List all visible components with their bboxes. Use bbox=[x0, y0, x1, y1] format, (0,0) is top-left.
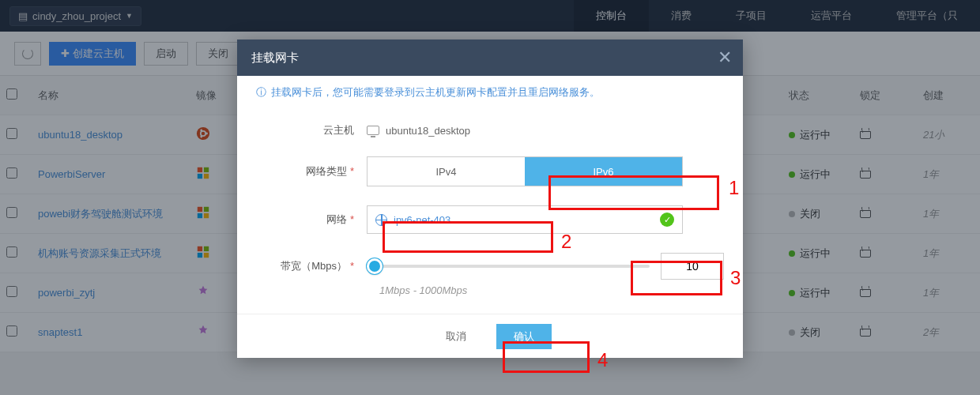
modal-footer: 取消 确认 bbox=[237, 314, 743, 358]
close-icon[interactable]: ✕ bbox=[718, 47, 732, 68]
modal-header: 挂载网卡 ✕ bbox=[237, 40, 743, 76]
bandwidth-slider[interactable] bbox=[367, 265, 650, 268]
label-net-type: 网络类型 bbox=[306, 165, 347, 177]
label-network: 网络 bbox=[326, 213, 347, 225]
tab-ipv6[interactable]: IPv6 bbox=[525, 157, 682, 186]
bandwidth-hint: 1Mbps - 1000Mbps bbox=[379, 284, 724, 296]
attach-nic-modal: 挂载网卡 ✕ ⓘ 挂载网卡后，您可能需要登录到云主机更新网卡配置并且重启网络服务… bbox=[237, 40, 743, 358]
tab-ipv4[interactable]: IPv4 bbox=[368, 157, 525, 186]
modal-title: 挂载网卡 bbox=[251, 51, 299, 66]
host-value: ubuntu18_desktop bbox=[386, 125, 470, 137]
modal-overlay: 挂载网卡 ✕ ⓘ 挂载网卡后，您可能需要登录到云主机更新网卡配置并且重启网络服务… bbox=[0, 0, 980, 395]
monitor-icon bbox=[367, 126, 379, 135]
cancel-button[interactable]: 取消 bbox=[428, 324, 484, 349]
network-value: ipv6-net-403 bbox=[394, 214, 660, 226]
modal-info-text: 挂载网卡后，您可能需要登录到云主机更新网卡配置并且重启网络服务。 bbox=[271, 85, 600, 100]
label-host: 云主机 bbox=[256, 123, 367, 137]
modal-info: ⓘ 挂载网卡后，您可能需要登录到云主机更新网卡配置并且重启网络服务。 bbox=[237, 76, 743, 109]
slider-thumb[interactable] bbox=[367, 258, 383, 274]
info-icon: ⓘ bbox=[256, 85, 266, 100]
network-select[interactable]: ipv6-net-403 ✓ bbox=[367, 205, 683, 234]
confirm-button[interactable]: 确认 bbox=[496, 324, 552, 349]
bandwidth-input[interactable] bbox=[661, 253, 724, 280]
globe-icon bbox=[375, 214, 387, 226]
label-bandwidth: 带宽（Mbps） bbox=[281, 260, 347, 272]
check-icon: ✓ bbox=[660, 213, 674, 227]
net-type-tabs: IPv4 IPv6 bbox=[367, 156, 683, 186]
